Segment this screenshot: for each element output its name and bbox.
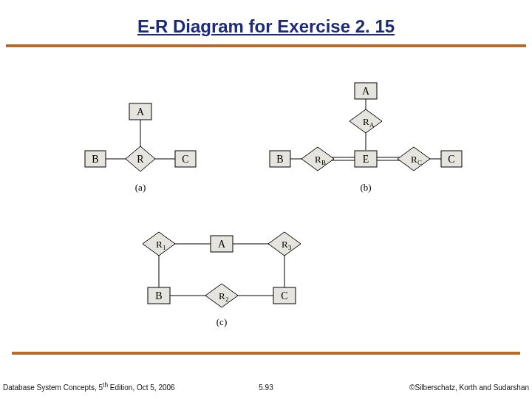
c-entity-b: B bbox=[155, 290, 162, 301]
c-r1-sub: 1 bbox=[163, 244, 166, 251]
er-diagram-svg: A B C R (a) A R A B bbox=[74, 74, 484, 347]
subfig-b-caption: (b) bbox=[360, 182, 371, 193]
subfig-c: R 1 A R 3 B R 2 C (c) bbox=[143, 232, 301, 327]
b-ra-sub: A bbox=[369, 121, 375, 129]
entity-b-label: B bbox=[92, 154, 98, 165]
b-rc: R bbox=[411, 154, 417, 165]
c-entity-a: A bbox=[218, 239, 226, 250]
b-rb: R bbox=[315, 154, 321, 165]
entity-c-label: C bbox=[182, 154, 188, 165]
c-r1: R bbox=[156, 239, 163, 250]
diagram-container: A B C R (a) A R A B bbox=[74, 74, 484, 347]
c-entity-c: C bbox=[281, 290, 287, 301]
c-r3-sub: 3 bbox=[288, 244, 292, 251]
b-entity-a: A bbox=[362, 86, 370, 97]
b-entity-c: C bbox=[448, 154, 454, 165]
b-entity-e: E bbox=[363, 154, 369, 165]
c-r2: R bbox=[219, 290, 225, 301]
b-rb-sub: B bbox=[321, 159, 326, 166]
entity-a-label: A bbox=[137, 106, 145, 117]
c-r3: R bbox=[282, 239, 288, 250]
c-r2-sub: 2 bbox=[225, 296, 229, 303]
rel-r-label: R bbox=[137, 154, 144, 165]
top-rule bbox=[6, 44, 526, 47]
b-entity-b: B bbox=[276, 154, 283, 165]
subfig-b: A R A B R B E R C C (b) bbox=[270, 83, 462, 193]
subfig-a-caption: (a) bbox=[135, 182, 146, 193]
footer-right: ©Silberschatz, Korth and Sudarshan bbox=[409, 383, 529, 392]
page-title: E-R Diagram for Exercise 2. 15 bbox=[0, 0, 532, 41]
subfig-a: A B C R (a) bbox=[85, 103, 196, 193]
subfig-c-caption: (c) bbox=[216, 316, 227, 327]
b-ra: R bbox=[363, 116, 369, 127]
bottom-rule bbox=[12, 352, 520, 355]
b-rc-sub: C bbox=[417, 159, 422, 166]
